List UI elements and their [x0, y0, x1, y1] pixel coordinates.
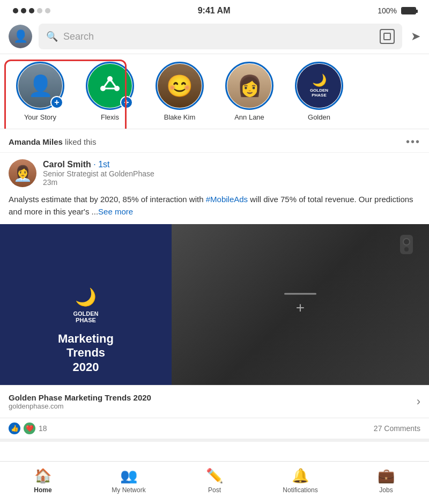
nav-label-jobs: Jobs: [379, 486, 393, 494]
profile-avatar[interactable]: 👤: [9, 25, 32, 48]
post-card: Amanda Miles liked this ••• 👩‍💼 Carol Sm…: [0, 129, 429, 442]
liked-by-name: Amanda Miles: [9, 137, 63, 146]
search-icon: 🔍: [46, 31, 58, 42]
qr-icon[interactable]: [380, 29, 395, 44]
post-author-row: 👩‍💼 Carol Smith · 1st Senior Strategist …: [0, 153, 429, 191]
bottom-nav: 🏠 Home 👥 My Network ✏️ Post 🔔 Notificati…: [0, 461, 429, 504]
author-name[interactable]: Carol Smith: [43, 160, 91, 169]
more-options-button[interactable]: •••: [406, 136, 420, 148]
link-chevron-icon: ›: [417, 395, 420, 409]
search-bar[interactable]: 🔍 Search: [39, 24, 402, 49]
author-name-row: Carol Smith · 1st: [43, 160, 420, 169]
nav-label-home: Home: [34, 486, 51, 494]
post-liked-bar: Amanda Miles liked this •••: [0, 129, 429, 153]
author-avatar[interactable]: 👩‍💼: [9, 159, 36, 187]
story-label-your-story: Your Story: [24, 113, 56, 121]
post-body: Analysts estimate that by 2020, 85% of i…: [0, 191, 429, 224]
story-avatar-ann-lane: 👩: [227, 64, 271, 108]
liked-text: Amanda Miles liked this: [9, 137, 96, 146]
story-label-blake-kim: Blake Kim: [164, 113, 196, 121]
author-info: Carol Smith · 1st Senior Strategist at G…: [43, 160, 420, 187]
reaction-heart-icon: ❤️: [24, 423, 35, 434]
post-body-text1: Analysts estimate that by 2020, 85% of i…: [9, 195, 206, 204]
story-item-ann-lane[interactable]: 👩 Ann Lane: [214, 62, 284, 121]
post-icon: ✏️: [206, 468, 223, 484]
qr-inner: [383, 33, 391, 40]
story-label-golden: Golden: [308, 113, 330, 121]
flexis-svg-logo: [97, 72, 123, 99]
nav-item-post[interactable]: ✏️ Post: [172, 462, 257, 504]
signal-dot-1: [13, 8, 18, 13]
marketing-title: MarketingTrends2020: [58, 332, 114, 374]
send-icon[interactable]: ➤: [411, 29, 420, 43]
status-time: 9:41 AM: [198, 6, 231, 16]
author-time: 23m: [43, 178, 420, 187]
signal-dot-2: [21, 8, 26, 13]
home-icon: 🏠: [34, 468, 51, 484]
comments-count[interactable]: 27 Comments: [374, 424, 420, 433]
reactions-summary: 👍 ❤️ 18: [9, 423, 47, 434]
status-bar: 9:41 AM 100%: [0, 0, 429, 19]
link-info: Golden Phase Marketing Trends 2020 golde…: [9, 393, 417, 410]
search-placeholder: Search: [63, 31, 374, 42]
story-label-ann-lane: Ann Lane: [234, 113, 264, 121]
post-image-left: 🌙 GOLDENPHASE MarketingTrends2020: [0, 224, 172, 385]
reaction-like-icon: 👍: [9, 423, 20, 434]
header: 👤 🔍 Search ➤: [0, 19, 429, 54]
story-avatar-blake-kim: 😊: [158, 64, 202, 108]
story-avatar-wrap-your-story: 👤 +: [16, 62, 64, 110]
nav-item-my-network[interactable]: 👥 My Network: [86, 462, 172, 504]
nav-item-jobs[interactable]: 💼 Jobs: [343, 462, 429, 504]
liked-action: liked this: [65, 137, 96, 146]
battery-text: 100%: [378, 6, 397, 15]
story-item-your-story[interactable]: 👤 + Your Story: [5, 62, 75, 121]
feed: Amanda Miles liked this ••• 👩‍💼 Carol Sm…: [0, 129, 429, 504]
nav-item-notifications[interactable]: 🔔 Notifications: [257, 462, 343, 504]
story-plus-flexis[interactable]: +: [120, 96, 133, 109]
signal-dot-5: [45, 8, 50, 13]
golden-brand-name: GOLDENPHASE: [73, 310, 98, 323]
story-plus-your-story[interactable]: +: [50, 96, 63, 109]
story-item-blake-kim[interactable]: 😊 Blake Kim: [145, 62, 214, 121]
signal-indicator: [13, 8, 50, 13]
status-right: 100%: [378, 6, 416, 15]
post-hashtag[interactable]: #MobileAds: [206, 195, 248, 204]
phone-photo: +: [172, 224, 429, 385]
post-stats: 👍 ❤️ 18 27 Comments: [0, 418, 429, 439]
reactions-count: 18: [39, 424, 47, 433]
link-domain: goldenphase.com: [9, 402, 417, 410]
battery-fill: [402, 8, 415, 13]
story-avatar-wrap-blake-kim: 😊: [156, 62, 204, 110]
post-link-bar[interactable]: Golden Phase Marketing Trends 2020 golde…: [0, 385, 429, 418]
story-avatar-golden: 🌙 GOLDENPHASE: [297, 64, 341, 108]
story-item-flexis[interactable]: + Flexis: [75, 62, 145, 121]
jobs-icon: 💼: [378, 468, 395, 484]
my-network-icon: 👥: [120, 468, 137, 484]
post-image[interactable]: 🌙 GOLDENPHASE MarketingTrends2020 +: [0, 224, 429, 385]
signal-dot-3: [29, 8, 34, 13]
story-avatar-wrap-golden: 🌙 GOLDENPHASE: [295, 62, 343, 110]
link-title: Golden Phase Marketing Trends 2020: [9, 393, 417, 402]
nav-item-home[interactable]: 🏠 Home: [0, 462, 86, 504]
see-more-button[interactable]: See more: [98, 207, 133, 216]
story-label-flexis: Flexis: [101, 113, 119, 121]
story-item-golden[interactable]: 🌙 GOLDENPHASE Golden: [284, 62, 354, 121]
story-avatar-wrap-flexis: +: [86, 62, 134, 110]
stories-row: 👤 + Your Story: [0, 54, 429, 129]
battery-icon: [401, 7, 416, 14]
signal-dot-4: [37, 8, 42, 13]
story-avatar-wrap-ann-lane: 👩: [225, 62, 273, 110]
notifications-icon: 🔔: [292, 468, 309, 484]
nav-label-my-network: My Network: [112, 486, 145, 494]
nav-label-notifications: Notifications: [283, 486, 317, 494]
author-title: Senior Strategist at GoldenPhase: [43, 169, 420, 178]
post-image-right: +: [172, 224, 429, 385]
nav-label-post: Post: [208, 486, 221, 494]
author-degree: · 1st: [93, 160, 109, 169]
golden-moon-icon: 🌙: [75, 287, 97, 307]
